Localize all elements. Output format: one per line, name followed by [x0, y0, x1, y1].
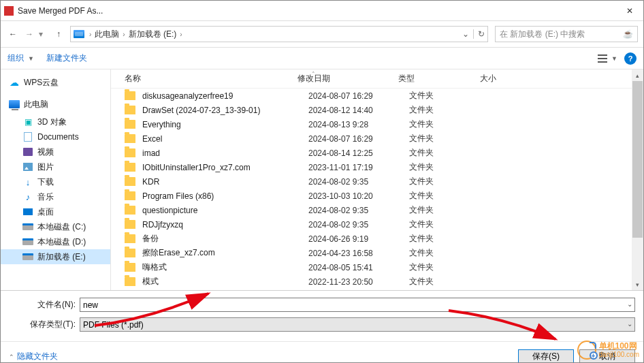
organize-button[interactable]: 组织: [7, 52, 24, 64]
sidebar-item-label: 3D 对象: [37, 116, 67, 128]
table-row[interactable]: DrawSet (2024-07-23_13-39-01)2024-08-12 …: [111, 103, 643, 117]
sidebar-item[interactable]: ♪音乐: [1, 189, 110, 204]
file-date: 2024-08-02 9:35: [308, 206, 409, 215]
table-row[interactable]: Program Files (x86)2023-10-03 10:20文件夹: [111, 189, 643, 203]
filename-label: 文件名(N):: [9, 299, 80, 311]
table-row[interactable]: IObitUninstaller1Pro_xz7.com2023-11-01 1…: [111, 160, 643, 174]
hide-folders-label: 隐藏文件夹: [17, 351, 58, 362]
cloud-icon: ☁: [9, 78, 20, 87]
file-type: 文件夹: [409, 119, 491, 130]
file-name: imad: [142, 148, 308, 158]
file-type: 文件夹: [409, 133, 491, 144]
file-date: 2024-08-13 9:28: [308, 120, 409, 129]
table-row[interactable]: Excel2024-08-07 16:29文件夹: [111, 131, 643, 146]
refresh-icon[interactable]: ↻: [473, 29, 485, 39]
sidebar-item-label: 桌面: [37, 206, 54, 218]
column-name[interactable]: 名称: [125, 73, 297, 84]
sidebar-item-label: 此电脑: [24, 99, 48, 110]
nav-back-icon[interactable]: ←: [6, 27, 20, 41]
breadcrumb[interactable]: › 此电脑 › 新加载卷 (E:) ›: [87, 29, 184, 40]
file-type: 文件夹: [409, 104, 491, 116]
chevron-down-icon[interactable]: ⌄: [462, 29, 469, 39]
sidebar-item-wps-cloud[interactable]: ☁ WPS云盘: [1, 75, 110, 90]
sidebar-item-label: Documents: [37, 132, 79, 142]
table-row[interactable]: RDJjfzyxzq2024-08-02 9:35文件夹: [111, 217, 643, 232]
breadcrumb-item[interactable]: 此电脑: [95, 29, 119, 40]
table-row[interactable]: 嗨格式2024-08-05 15:41文件夹: [111, 260, 643, 274]
file-date: 2024-04-23 16:58: [308, 249, 409, 258]
nav-up-icon[interactable]: ↑: [52, 27, 65, 41]
file-name: 嗨格式: [142, 262, 308, 273]
table-row[interactable]: KDR2024-08-02 9:35文件夹: [111, 174, 643, 189]
column-size[interactable]: 大小: [480, 73, 548, 84]
file-name: DrawSet (2024-07-23_13-39-01): [142, 106, 308, 115]
sidebar-item[interactable]: 本地磁盘 (D:): [1, 234, 110, 249]
help-icon[interactable]: ?: [624, 52, 637, 65]
scroll-thumb[interactable]: [632, 81, 643, 238]
table-row[interactable]: diskusageanalyzerfree192024-08-07 16:29文…: [111, 89, 643, 103]
file-name: 备份: [142, 233, 308, 244]
chevron-down-icon[interactable]: ⌄: [627, 300, 632, 308]
sidebar-item[interactable]: 本地磁盘 (C:): [1, 219, 110, 234]
new-folder-button[interactable]: 新建文件夹: [46, 52, 87, 64]
table-row[interactable]: imad2024-08-14 12:25文件夹: [111, 146, 643, 160]
table-row[interactable]: 擦除Erase_xz7.com2024-04-23 16:58文件夹: [111, 246, 643, 260]
breadcrumb-item[interactable]: 新加载卷 (E:): [129, 29, 177, 40]
file-date: 2024-08-05 15:41: [308, 263, 409, 272]
sidebar-item[interactable]: ↓下载: [1, 174, 110, 189]
scroll-up-icon[interactable]: ▴: [632, 69, 643, 81]
sidebar-item[interactable]: 新加载卷 (E:): [1, 249, 110, 264]
view-mode-button[interactable]: ▼: [598, 54, 617, 63]
vertical-scrollbar[interactable]: ▴ ▾: [632, 69, 643, 290]
table-row[interactable]: 模式2022-11-23 20:50文件夹: [111, 274, 643, 289]
folder-icon: [125, 148, 135, 157]
drive-icon: [74, 30, 84, 38]
sidebar-item[interactable]: 桌面: [1, 204, 110, 219]
folder-icon: [125, 106, 135, 114]
scroll-down-icon[interactable]: ▾: [632, 279, 643, 290]
close-icon[interactable]: ✕: [625, 6, 634, 16]
sidebar-item[interactable]: ▣3D 对象: [1, 114, 110, 129]
chevron-down-icon[interactable]: ⌄: [627, 320, 632, 328]
folder-icon: [125, 134, 135, 143]
chevron-down-icon[interactable]: ▼: [28, 55, 34, 62]
file-date: 2024-08-07 16:29: [308, 134, 409, 144]
file-date: 2023-11-01 17:19: [308, 163, 409, 172]
search-icon[interactable]: ☕: [623, 29, 633, 39]
file-name: diskusageanalyzerfree19: [142, 91, 308, 101]
sidebar-item-label: 音乐: [37, 191, 54, 203]
footer: ⌃ 隐藏文件夹 保存(S) 取消: [1, 341, 643, 363]
sidebar-item[interactable]: 视频: [1, 144, 110, 159]
filename-input-field[interactable]: [83, 300, 632, 310]
sidebar-item[interactable]: 图片: [1, 159, 110, 174]
hide-folders-toggle[interactable]: ⌃ 隐藏文件夹: [9, 351, 58, 362]
folder-icon: [125, 120, 135, 129]
file-name: KDR: [142, 177, 308, 187]
folder-icon: [125, 220, 135, 229]
filetype-select[interactable]: PDF Files (*.pdf) ⌄: [80, 317, 635, 332]
sidebar-item[interactable]: Documents: [1, 129, 110, 144]
sidebar-item-label: 本地磁盘 (D:): [37, 236, 86, 248]
folder-icon: [125, 277, 135, 286]
chevron-down-icon: ⌃: [9, 353, 14, 360]
column-type[interactable]: 类型: [398, 73, 480, 84]
pc-icon: [9, 99, 20, 109]
sidebar-item-this-pc[interactable]: 此电脑: [1, 97, 110, 112]
address-box[interactable]: › 此电脑 › 新加载卷 (E:) › ⌄ ↻: [70, 26, 488, 42]
file-date: 2023-10-03 10:20: [308, 191, 409, 201]
list-view-icon: [598, 54, 609, 63]
folder-icon: [125, 191, 135, 200]
nav-forward-icon: →: [22, 27, 36, 41]
table-row[interactable]: 备份2024-06-26 9:19文件夹: [111, 232, 643, 246]
filename-input[interactable]: ⌄: [80, 298, 635, 312]
table-row[interactable]: Everything2024-08-13 9:28文件夹: [111, 117, 643, 131]
search-input[interactable]: 在 新加载卷 (E:) 中搜索 ☕: [495, 26, 638, 42]
watermark-text-en: danji100.com: [599, 351, 639, 358]
save-button[interactable]: 保存(S): [518, 349, 574, 364]
file-type: 文件夹: [409, 219, 491, 230]
nav-history-dropdown-icon[interactable]: ▾: [39, 29, 47, 39]
table-row[interactable]: questionpicture2024-08-02 9:35文件夹: [111, 203, 643, 217]
window-title: Save Merged PDF As...: [18, 6, 625, 16]
file-name: Program Files (x86): [142, 191, 308, 201]
file-type: 文件夹: [409, 233, 491, 244]
